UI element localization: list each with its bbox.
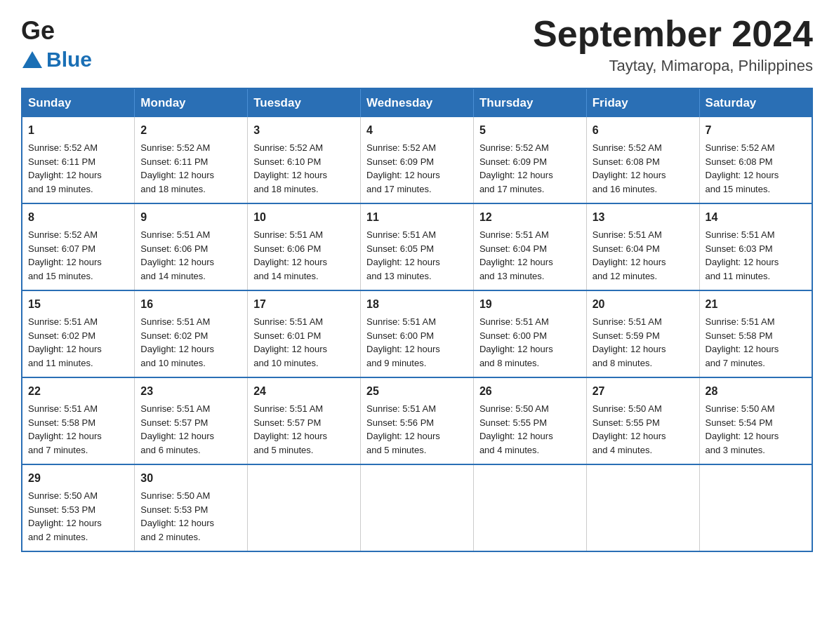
daylight-label: Daylight: 12 hours [706,257,779,267]
sunset-label: Sunset: 6:00 PM [479,330,547,341]
sunrise-label: Sunrise: 5:52 AM [28,142,98,153]
sunset-label: Sunset: 6:03 PM [706,243,773,254]
daylight-minutes: and 11 minutes. [706,271,771,281]
title-area: September 2024 Taytay, Mimaropa, Philipp… [533,14,813,75]
daylight-label: Daylight: 12 hours [28,257,102,267]
sunset-label: Sunset: 6:08 PM [706,156,773,167]
sunrise-label: Sunrise: 5:52 AM [366,142,436,153]
day-number: 15 [28,296,128,313]
daylight-minutes: and 11 minutes. [28,358,93,368]
daylight-minutes: and 8 minutes. [479,358,539,368]
daylight-minutes: and 14 minutes. [140,271,206,281]
calendar-cell [361,464,474,551]
calendar-cell: 5Sunrise: 5:52 AMSunset: 6:09 PMDaylight… [473,117,586,203]
calendar-cell: 23Sunrise: 5:51 AMSunset: 5:57 PMDayligh… [135,377,248,464]
day-number: 3 [253,122,355,139]
sunrise-label: Sunrise: 5:51 AM [706,316,775,327]
day-number: 30 [140,470,241,487]
logo: General Blue [21,14,92,72]
calendar-cell: 6Sunrise: 5:52 AMSunset: 6:08 PMDaylight… [586,117,699,203]
sunset-label: Sunset: 6:00 PM [366,330,434,341]
sunrise-label: Sunrise: 5:51 AM [706,229,775,240]
day-number: 29 [28,470,128,487]
daylight-label: Daylight: 12 hours [593,431,666,441]
sunrise-label: Sunrise: 5:51 AM [593,316,662,327]
sunrise-label: Sunrise: 5:51 AM [28,316,98,327]
calendar-cell: 24Sunrise: 5:51 AMSunset: 5:57 PMDayligh… [248,377,361,464]
daylight-label: Daylight: 12 hours [479,431,553,441]
day-number: 4 [366,122,468,139]
sunset-label: Sunset: 6:02 PM [140,330,208,341]
calendar-header-row: SundayMondayTuesdayWednesdayThursdayFrid… [22,88,812,117]
calendar-cell: 14Sunrise: 5:51 AMSunset: 6:03 PMDayligh… [699,203,812,290]
calendar-cell: 1Sunrise: 5:52 AMSunset: 6:11 PMDaylight… [22,117,135,203]
daylight-minutes: and 8 minutes. [593,358,652,368]
daylight-label: Daylight: 12 hours [366,431,440,441]
daylight-minutes: and 17 minutes. [479,184,545,194]
day-number: 7 [706,122,806,139]
sunset-label: Sunset: 6:11 PM [28,156,95,167]
sunset-label: Sunset: 5:53 PM [140,504,208,515]
calendar-cell: 16Sunrise: 5:51 AMSunset: 6:02 PMDayligh… [135,290,248,377]
sunrise-label: Sunrise: 5:51 AM [140,229,210,240]
sunset-label: Sunset: 6:04 PM [479,243,547,254]
calendar-cell: 9Sunrise: 5:51 AMSunset: 6:06 PMDaylight… [135,203,248,290]
sunset-label: Sunset: 5:53 PM [28,504,95,515]
daylight-label: Daylight: 12 hours [28,344,102,354]
daylight-minutes: and 2 minutes. [140,532,200,542]
sunset-label: Sunset: 5:55 PM [479,417,547,428]
sunset-label: Sunset: 6:02 PM [28,330,95,341]
sunset-label: Sunset: 6:11 PM [140,156,208,167]
calendar-week-row: 22Sunrise: 5:51 AMSunset: 5:58 PMDayligh… [22,377,812,464]
sunrise-label: Sunrise: 5:51 AM [28,403,98,414]
day-number: 19 [479,296,581,313]
daylight-label: Daylight: 12 hours [593,257,666,267]
calendar-cell: 17Sunrise: 5:51 AMSunset: 6:01 PMDayligh… [248,290,361,377]
sunrise-label: Sunrise: 5:52 AM [479,142,549,153]
calendar-cell: 20Sunrise: 5:51 AMSunset: 5:59 PMDayligh… [586,290,699,377]
daylight-label: Daylight: 12 hours [253,170,327,180]
daylight-label: Daylight: 12 hours [366,344,440,354]
sunset-label: Sunset: 6:06 PM [140,243,208,254]
daylight-minutes: and 14 minutes. [253,271,319,281]
sunrise-label: Sunrise: 5:52 AM [28,229,98,240]
sunrise-label: Sunrise: 5:51 AM [479,316,549,327]
sunrise-label: Sunrise: 5:51 AM [140,403,210,414]
daylight-minutes: and 15 minutes. [706,184,771,194]
calendar-week-row: 1Sunrise: 5:52 AMSunset: 6:11 PMDaylight… [22,117,812,203]
day-number: 22 [28,383,128,400]
sunset-label: Sunset: 5:58 PM [706,330,773,341]
daylight-label: Daylight: 12 hours [479,170,553,180]
daylight-label: Daylight: 12 hours [28,431,102,441]
daylight-label: Daylight: 12 hours [253,431,327,441]
daylight-minutes: and 13 minutes. [479,271,545,281]
weekday-header-saturday: Saturday [699,88,812,117]
daylight-label: Daylight: 12 hours [479,257,553,267]
sunset-label: Sunset: 6:07 PM [28,243,95,254]
calendar-table: SundayMondayTuesdayWednesdayThursdayFrid… [21,88,813,552]
sunrise-label: Sunrise: 5:51 AM [140,316,210,327]
calendar-week-row: 8Sunrise: 5:52 AMSunset: 6:07 PMDaylight… [22,203,812,290]
day-number: 14 [706,209,806,226]
calendar-cell: 18Sunrise: 5:51 AMSunset: 6:00 PMDayligh… [361,290,474,377]
daylight-label: Daylight: 12 hours [140,170,214,180]
calendar-cell: 21Sunrise: 5:51 AMSunset: 5:58 PMDayligh… [699,290,812,377]
day-number: 16 [140,296,241,313]
daylight-minutes: and 4 minutes. [479,445,539,455]
page-header: General Blue September 2024 Taytay, Mima… [21,14,813,75]
calendar-cell: 25Sunrise: 5:51 AMSunset: 5:56 PMDayligh… [361,377,474,464]
sunset-label: Sunset: 6:09 PM [479,156,547,167]
daylight-minutes: and 19 minutes. [28,184,93,194]
day-number: 26 [479,383,581,400]
calendar-cell: 29Sunrise: 5:50 AMSunset: 5:53 PMDayligh… [22,464,135,551]
logo-blue-text: Blue [46,48,92,72]
calendar-cell: 13Sunrise: 5:51 AMSunset: 6:04 PMDayligh… [586,203,699,290]
day-number: 21 [706,296,806,313]
sunrise-label: Sunrise: 5:50 AM [593,403,662,414]
calendar-cell [248,464,361,551]
daylight-label: Daylight: 12 hours [706,344,779,354]
day-number: 10 [253,209,355,226]
daylight-minutes: and 7 minutes. [28,445,88,455]
daylight-minutes: and 7 minutes. [706,358,765,368]
daylight-label: Daylight: 12 hours [253,344,327,354]
